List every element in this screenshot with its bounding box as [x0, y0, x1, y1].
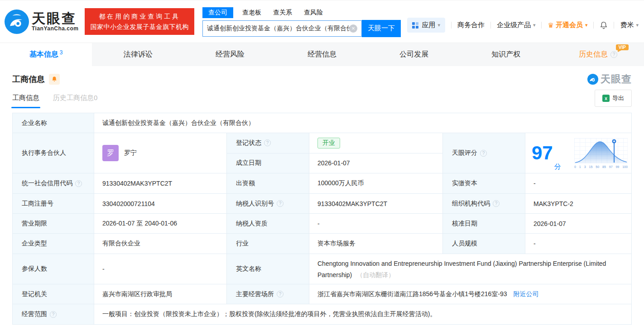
field-value-reg-number: 330402000721104 [94, 194, 227, 214]
help-icon[interactable] [264, 139, 271, 146]
org-code-label-text: 组织机构代码 [452, 200, 490, 208]
brand-domain: TianYanCha.com [32, 25, 78, 32]
tianyancha-logo[interactable]: 天眼查 TianYanCha.com [5, 10, 78, 34]
status-badge: 开业 [317, 138, 340, 149]
table-subrow: 登记状态 开业 [227, 133, 442, 153]
field-label-reg-number: 工商注册号 [13, 194, 94, 214]
vip-badge: VIP [616, 44, 629, 50]
tab-operation-risk[interactable]: 经营风险 [184, 43, 276, 66]
tab-operation-risk-label: 经营风险 [216, 50, 245, 59]
open-vip-menu[interactable]: 开通会员 [548, 21, 587, 29]
tab-operation-info[interactable]: 经营信息 [276, 43, 368, 66]
nav-divider [451, 22, 452, 29]
help-icon[interactable] [493, 200, 500, 207]
subtab-business-info[interactable]: 工商信息 [12, 94, 39, 108]
open-vip-label: 开通会员 [556, 21, 583, 29]
tab-intellectual-property[interactable]: 知识产权 [460, 43, 552, 66]
help-icon[interactable] [277, 200, 284, 207]
tab-history-info-label: 历史信息 [579, 50, 608, 59]
apps-menu[interactable]: 应用 [407, 18, 445, 33]
monitor-bell-button[interactable] [49, 74, 60, 85]
search-bar: 天眼一下 [202, 20, 401, 37]
score-label-text: 天眼评分 [452, 149, 477, 157]
tab-basic-info-label: 基本信息 [29, 50, 58, 59]
field-value-partner: 罗 罗宁 [94, 133, 227, 173]
tab-legal[interactable]: 法律诉讼 [92, 43, 184, 66]
subtab-history-business-info[interactable]: 历史工商信息0 [53, 94, 97, 108]
axis-tick: 15 [589, 165, 593, 168]
help-icon[interactable] [277, 291, 284, 297]
search-button[interactable]: 天眼一下 [362, 20, 401, 37]
field-label-reg-status: 登记状态 [227, 133, 309, 153]
axis-tick: 50 [596, 165, 599, 168]
field-label-score: 天眼评分 [443, 133, 525, 173]
apps-grid-icon [412, 22, 418, 29]
header: 天眼查 TianYanCha.com 都在用的商业查询工具 国家中小企业发展子基… [0, 0, 644, 43]
axis-tick: 99 [615, 165, 619, 168]
field-value-paid-capital: - [525, 173, 632, 194]
field-label-taxpayer-id: 纳税人识别号 [227, 194, 309, 214]
field-label-company-type: 企业类型 [13, 234, 94, 254]
tianyancha-company-page: 天眼查 TianYanCha.com 都在用的商业查询工具 国家中小企业发展子基… [0, 0, 644, 331]
field-label-business-place: 主要经营场所 [227, 284, 309, 304]
nav-divider [541, 22, 542, 29]
business-scope-label-text: 经营范围 [22, 310, 47, 318]
business-cooperation-link[interactable]: 商务合作 [457, 21, 485, 29]
field-value-business-scope: 一般项目：创业投资（限投资未上市企业）；股权投资(除依法须经批准的项目外，凭营业… [94, 304, 632, 325]
field-label-business-term: 营业期限 [13, 214, 94, 234]
search-tab-boss[interactable]: 查老板 [242, 7, 261, 18]
field-label-paid-capital: 实缴资本 [443, 173, 525, 194]
field-label-insured-count: 参保人数 [13, 254, 94, 284]
status-date-subgrid: 登记状态 开业 成立日期 2026-01-07 [227, 133, 443, 173]
axis-tick: 0 [574, 165, 576, 168]
axis-tick: 85 [602, 165, 606, 168]
help-icon[interactable] [610, 51, 617, 58]
taxpayer-id-label-text: 纳税人识别号 [236, 200, 274, 208]
help-icon[interactable] [75, 180, 82, 187]
help-icon[interactable] [50, 311, 57, 318]
tab-basic-info[interactable]: 基本信息 3 [0, 43, 92, 66]
tab-company-development[interactable]: 公司发展 [368, 43, 460, 66]
partner-name[interactable]: 罗宁 [124, 149, 137, 157]
nav-divider [593, 22, 594, 29]
user-menu[interactable]: 费米 [620, 21, 639, 29]
field-value-business-term: 2026-01-07 至 2040-01-06 [94, 214, 227, 234]
score-axis-labels: 0 1 3 15 50 85 97 99 100 [574, 165, 628, 168]
auto-translate-note: （自动翻译） [356, 271, 394, 278]
score-distribution-chart: 0 1 3 15 50 85 97 99 100 [574, 138, 628, 168]
tab-history-info[interactable]: VIP 历史信息 [552, 43, 644, 66]
watermark-text: 天眼查 [601, 72, 632, 86]
table-row: 经营范围 一般项目：创业投资（限投资未上市企业）；股权投资(除依法须经批准的项目… [13, 304, 632, 325]
field-value-reg-status: 开业 [309, 133, 442, 153]
field-value-business-place: 浙江省嘉兴市南湖区东栅街道南江路1856号基金小镇1号楼216室-93 附近公司 [309, 284, 632, 304]
enterprise-products-menu[interactable]: 企业级产品 [497, 21, 536, 29]
search-input-wrap [202, 20, 362, 37]
partner-avatar[interactable]: 罗 [102, 145, 119, 161]
nearby-companies-link[interactable]: 附近公司 [514, 290, 539, 298]
field-value-company-name: 诚通创新创业投资基金（嘉兴）合伙企业（有限合伙） [94, 113, 632, 133]
export-button[interactable]: 导出 [595, 90, 632, 107]
field-label-english-name: 英文名称 [227, 254, 309, 284]
table-row: 统一社会信用代码 91330402MAK3YPTC2T 出资额 100000万人… [13, 173, 632, 194]
field-label-org-code: 组织机构代码 [443, 194, 525, 214]
axis-tick: 100 [622, 165, 628, 168]
banner-line2: 国家中小企业发展子基金旗下机构 [90, 22, 189, 32]
score-unit: 分 [554, 163, 561, 171]
field-value-taxpayer-id: 91330402MAK3YPTC2T [309, 194, 443, 214]
search-input[interactable] [207, 25, 349, 32]
brand-name: 天眼查 [32, 11, 78, 26]
banner-line1: 都在用的商业查询工具 [90, 11, 189, 21]
business-info-table: 企业名称 诚通创新创业投资基金（嘉兴）合伙企业（有限合伙） 执行事务合伙人 罗 … [12, 113, 632, 325]
search-tab-company[interactable]: 查公司 [202, 7, 233, 18]
field-value-capital: 100000万人民币 [309, 173, 443, 194]
search-tab-relation[interactable]: 查关系 [273, 7, 292, 18]
field-value-approval-date: 2026-01-07 [525, 214, 632, 234]
help-icon[interactable] [480, 150, 487, 157]
notification-bell-icon[interactable] [600, 21, 608, 29]
nav-divider [614, 22, 614, 29]
tab-basic-info-count: 3 [60, 49, 63, 56]
clear-icon[interactable] [349, 24, 357, 33]
search-tab-risk[interactable]: 查风险 [304, 7, 323, 18]
field-value-org-code: MAK3YPTC-2 [525, 194, 632, 214]
table-row: 营业期限 2026-01-07 至 2040-01-06 纳税人资质 - 核准日… [13, 214, 632, 234]
